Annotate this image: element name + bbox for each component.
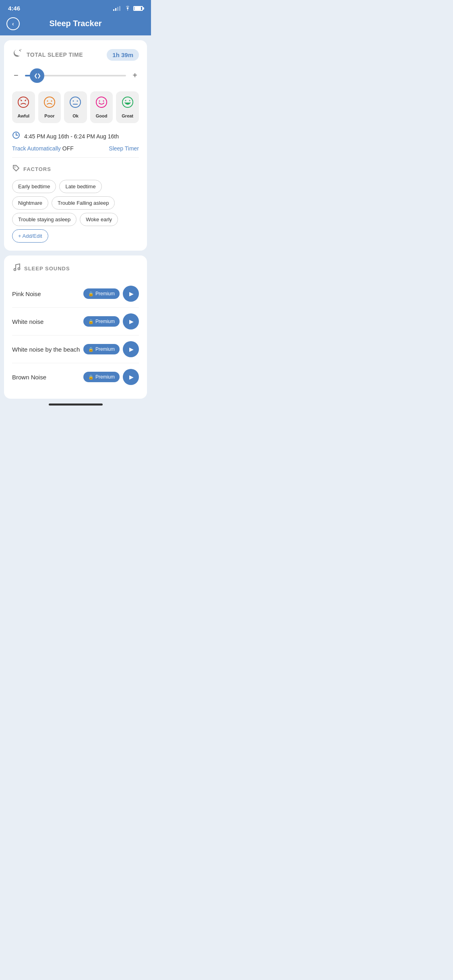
sleep-sounds-card: SLEEP SOUNDS Pink Noise 🔒 Premium ▶ Whit… — [4, 255, 147, 399]
great-label: Great — [122, 113, 133, 118]
mood-ok-button[interactable]: Ok — [64, 91, 87, 123]
signal-icon — [113, 6, 120, 11]
play-icon-pink: ▶ — [129, 290, 134, 297]
mood-poor-button[interactable]: Poor — [38, 91, 61, 123]
play-icon-white: ▶ — [129, 318, 134, 325]
svg-point-18 — [125, 100, 126, 101]
svg-point-11 — [73, 101, 74, 102]
time-range-row: 4:45 PM Aug 16th - 6:24 PM Aug 16th — [12, 131, 139, 141]
tag-nightmare[interactable]: Nightmare — [12, 196, 48, 210]
tag-woke-early[interactable]: Woke early — [80, 213, 118, 226]
premium-badge-beach[interactable]: 🔒 Premium — [83, 344, 120, 354]
home-indicator — [49, 404, 103, 406]
play-button-white[interactable]: ▶ — [123, 313, 139, 329]
track-auto-text: Track Automatically OFF — [12, 145, 74, 152]
add-edit-tag-button[interactable]: + Add/Edit — [12, 229, 48, 243]
svg-point-14 — [96, 97, 107, 107]
tag-trouble-falling[interactable]: Trouble Falling asleep — [52, 196, 115, 210]
good-label: Good — [96, 113, 108, 118]
poor-label: Poor — [44, 113, 54, 118]
svg-point-3 — [20, 51, 21, 51]
sound-name-white: White noise — [12, 318, 43, 325]
sound-actions-white: 🔒 Premium ▶ — [83, 313, 139, 329]
slider-track[interactable]: ❮❯ — [25, 75, 126, 76]
battery-icon — [133, 6, 143, 11]
premium-badge-brown[interactable]: 🔒 Premium — [83, 372, 120, 382]
sound-actions-brown: 🔒 Premium ▶ — [83, 369, 139, 385]
svg-point-24 — [14, 269, 16, 271]
sleep-time-label: TOTAL SLEEP TIME — [27, 51, 103, 58]
sounds-title: SLEEP SOUNDS — [24, 266, 70, 272]
mood-great-button[interactable]: Great — [116, 91, 139, 123]
svg-point-1 — [19, 50, 21, 51]
mood-awful-button[interactable]: Awful — [12, 91, 35, 123]
back-arrow-icon: ‹ — [12, 21, 14, 27]
track-auto-link[interactable]: Track Automatically — [12, 145, 61, 152]
track-auto-row: Track Automatically OFF Sleep Timer — [12, 145, 139, 158]
mood-good-button[interactable]: Good — [90, 91, 113, 123]
sleep-slider-row: − ❮❯ + — [12, 69, 139, 82]
good-face-icon — [95, 96, 108, 111]
moon-icon — [12, 48, 23, 61]
ok-label: Ok — [72, 113, 79, 118]
premium-badge-pink[interactable]: 🔒 Premium — [83, 288, 120, 299]
back-button[interactable]: ‹ — [6, 17, 20, 30]
sleep-time-value: 1h 39m — [107, 49, 139, 61]
sounds-header: SLEEP SOUNDS — [12, 264, 139, 274]
tag-trouble-staying[interactable]: Trouble staying asleep — [12, 213, 77, 226]
slider-minus-button[interactable]: − — [12, 69, 20, 82]
status-time: 4:46 — [8, 5, 20, 12]
svg-point-8 — [47, 101, 48, 102]
svg-point-17 — [122, 97, 133, 107]
sleep-time-row: TOTAL SLEEP TIME 1h 39m — [12, 48, 139, 61]
lock-icon-pink: 🔒 — [88, 291, 94, 296]
play-icon-brown: ▶ — [129, 374, 134, 380]
factors-header: FACTORS — [12, 164, 139, 174]
play-button-brown[interactable]: ▶ — [123, 369, 139, 385]
time-range-text: 4:45 PM Aug 16th - 6:24 PM Aug 16th — [24, 133, 119, 140]
slider-arrows-icon: ❮❯ — [34, 73, 40, 78]
music-icon — [12, 264, 21, 274]
mood-row: Awful Poor — [12, 91, 139, 123]
play-button-pink[interactable]: ▶ — [123, 286, 139, 302]
tags-container: Early bedtime Late bedtime Nightmare Tro… — [12, 180, 139, 243]
slider-thumb[interactable]: ❮❯ — [30, 68, 44, 83]
sound-row-white: White noise 🔒 Premium ▶ — [12, 308, 139, 336]
status-icons: ‪︎ — [113, 5, 143, 12]
clock-icon — [12, 131, 20, 141]
play-icon-beach: ▶ — [129, 346, 134, 352]
svg-point-2 — [21, 49, 21, 50]
premium-badge-white[interactable]: 🔒 Premium — [83, 316, 120, 327]
sound-actions-pink: 🔒 Premium ▶ — [83, 286, 139, 302]
sound-actions-beach: 🔒 Premium ▶ — [83, 341, 139, 357]
factors-title: FACTORS — [23, 166, 51, 172]
svg-point-23 — [14, 167, 16, 168]
tag-icon — [12, 164, 20, 174]
sleep-timer-link[interactable]: Sleep Timer — [109, 145, 139, 152]
awful-face-icon — [17, 96, 29, 111]
sound-name-brown: Brown Noise — [12, 374, 46, 381]
header: ‹ Sleep Tracker — [0, 15, 151, 35]
ok-face-icon — [69, 96, 81, 111]
svg-point-9 — [51, 101, 52, 102]
great-face-icon — [122, 96, 134, 111]
status-bar: 4:46 ‪︎ — [0, 0, 151, 15]
page-title: Sleep Tracker — [49, 19, 101, 28]
slider-plus-button[interactable]: + — [131, 69, 139, 82]
svg-point-15 — [99, 101, 100, 102]
tag-late-bedtime[interactable]: Late bedtime — [59, 180, 101, 193]
sound-row-brown: Brown Noise 🔒 Premium ▶ — [12, 363, 139, 391]
svg-point-25 — [18, 268, 20, 270]
main-card: TOTAL SLEEP TIME 1h 39m − ❮❯ + — [4, 40, 147, 251]
wifi-icon: ‪︎ — [123, 5, 131, 12]
svg-point-10 — [70, 97, 81, 107]
lock-icon-beach: 🔒 — [88, 347, 94, 352]
svg-point-0 — [127, 10, 128, 10]
tag-early-bedtime[interactable]: Early bedtime — [12, 180, 56, 193]
sound-name-pink: Pink Noise — [12, 290, 41, 297]
sound-row-pink: Pink Noise 🔒 Premium ▶ — [12, 280, 139, 308]
play-button-beach[interactable]: ▶ — [123, 341, 139, 357]
sound-row-beach: White noise by the beach 🔒 Premium ▶ — [12, 336, 139, 363]
main-content: TOTAL SLEEP TIME 1h 39m − ❮❯ + — [0, 40, 151, 399]
svg-point-4 — [18, 97, 29, 107]
